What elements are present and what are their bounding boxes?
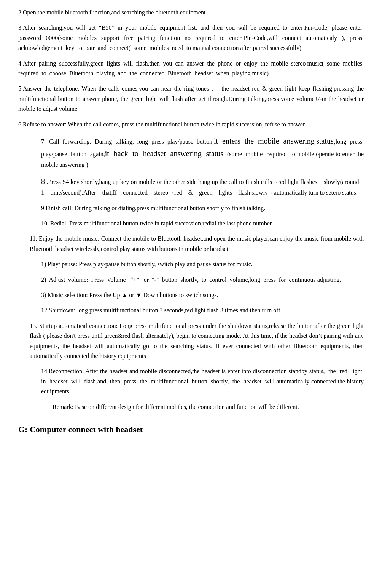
section-10: 10. Redial: Press multifunctional button… — [18, 219, 364, 228]
section-11a: 1) Play/ pause: Press play/pause button … — [18, 259, 364, 269]
section-11c: 3) Music selection: Press the Up ▲ or ▼ … — [18, 290, 364, 300]
section-14: 14.Reconnection: After the headset and m… — [18, 366, 364, 396]
section-5: 5.Answer the telephone: When the calls c… — [18, 84, 364, 114]
section-7: 7. Call forwarding: During talking, long… — [18, 135, 364, 170]
section-8: 8 .Press S4 key shortly,hang up key on m… — [18, 175, 364, 198]
section-9: 9.Finish call: During talking or dialing… — [18, 203, 364, 213]
section-13: 13. Startup automatical connection: Long… — [18, 321, 364, 361]
section-11: 11. Enjoy the mobile music: Connect the … — [18, 234, 364, 254]
section-4: 4.After pairing successfully,green light… — [18, 59, 364, 79]
remark: Remark: Base on different design for dif… — [18, 402, 364, 412]
section-12: 12.Shutdown:Long press multifunctional b… — [18, 305, 364, 315]
heading-g: G: Computer connect with headset — [18, 423, 364, 436]
main-content: 2 Open the mobile bluetooth function,and… — [18, 8, 364, 436]
section-6: 6.Refuse to answer: When the call comes,… — [18, 120, 364, 129]
section-2: 2 Open the mobile bluetooth function,and… — [18, 8, 364, 18]
section-11b: 2) Adjust volume: Press Volume “+” or "-… — [18, 275, 364, 285]
section-3: 3.After searching,you will get “B50” in … — [18, 23, 364, 53]
